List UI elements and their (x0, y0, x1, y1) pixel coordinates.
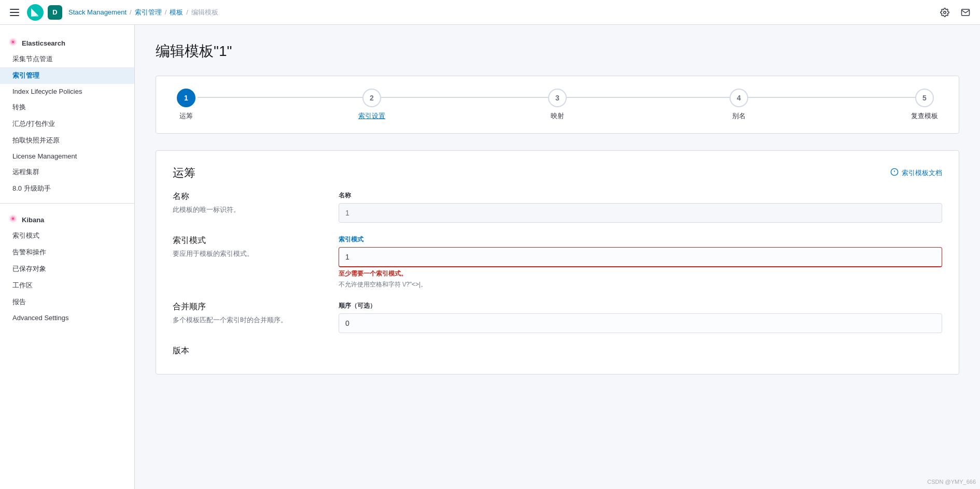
kibana-logo (27, 4, 44, 21)
form-right-index-pattern: 索引模式 至少需要一个索引模式。 不允许使用空格和字符 \/?"<>|。 (339, 235, 942, 289)
mail-icon[interactable] (957, 4, 974, 21)
sidebar-item-index-pattern[interactable]: 索引模式 (0, 227, 134, 244)
step-1: 1 运筹 (177, 89, 195, 121)
doc-link[interactable]: 索引模板文档 (890, 168, 942, 178)
field-label-index-pattern: 索引模式 (339, 235, 942, 244)
step-circle-1[interactable]: 1 (177, 89, 195, 107)
section-header: 运筹 索引模板文档 (173, 165, 942, 181)
step-3: 3 映射 (548, 89, 567, 121)
order-input[interactable] (339, 313, 942, 333)
sidebar-item-upgrade[interactable]: 8.0 升级助手 (0, 180, 134, 197)
sidebar-item-rollup[interactable]: 汇总/打包作业 (0, 116, 134, 132)
field-desc-order: 多个模板匹配一个索引时的合并顺序。 (173, 315, 318, 325)
sidebar-item-license[interactable]: License Management (0, 149, 134, 164)
settings-icon[interactable] (936, 4, 953, 21)
doc-link-icon (890, 168, 899, 178)
field-title-order: 合并顺序 (173, 301, 318, 312)
field-title-name: 名称 (173, 191, 318, 202)
elasticsearch-icon (8, 37, 18, 49)
form-left-version: 版本 (173, 346, 318, 359)
section-title: 运筹 (173, 165, 195, 181)
name-input[interactable] (339, 203, 942, 223)
breadcrumb-sep-2: / (165, 8, 167, 16)
breadcrumb-current: 编辑模板 (191, 8, 218, 17)
step-label-2[interactable]: 索引设置 (358, 111, 385, 121)
form-row-version: 版本 (173, 346, 942, 359)
index-pattern-input[interactable] (339, 247, 942, 267)
sidebar-divider (0, 203, 134, 204)
step-label-4: 别名 (732, 111, 746, 121)
form-left-name: 名称 此模板的唯一标识符。 (173, 191, 318, 223)
sidebar-item-pipeline[interactable]: 采集节点管道 (0, 51, 134, 67)
sidebar-section-kibana: Kibana (0, 210, 134, 227)
form-row-index-pattern: 索引模式 要应用于模板的索引模式。 索引模式 至少需要一个索引模式。 不允许使用… (173, 235, 942, 289)
index-pattern-error: 至少需要一个索引模式。 (339, 269, 942, 278)
breadcrumb-templates[interactable]: 模板 (170, 8, 183, 17)
form-left-index-pattern: 索引模式 要应用于模板的索引模式。 (173, 235, 318, 289)
sidebar-item-ilp[interactable]: Index Lifecycle Policies (0, 84, 134, 99)
field-title-version: 版本 (173, 346, 318, 356)
svg-rect-1 (10, 12, 19, 13)
breadcrumb-index-mgmt[interactable]: 索引管理 (135, 8, 162, 17)
step-label-5: 复查模板 (911, 111, 938, 121)
breadcrumb-sep-1: / (130, 8, 132, 16)
svg-point-10 (12, 218, 15, 220)
sidebar-item-alerts[interactable]: 告警和操作 (0, 244, 134, 261)
sidebar-item-remote-cluster[interactable]: 远程集群 (0, 164, 134, 180)
form-right-version (339, 346, 942, 359)
step-circle-5[interactable]: 5 (915, 89, 934, 107)
field-label-order: 顺序（可选） (339, 301, 942, 310)
svg-point-4 (944, 11, 946, 13)
sidebar-item-transform[interactable]: 转换 (0, 99, 134, 116)
sidebar-item-reports[interactable]: 报告 (0, 294, 134, 310)
form-row-name: 名称 此模板的唯一标识符。 名称 (173, 191, 942, 223)
step-2[interactable]: 2 索引设置 (358, 89, 385, 121)
index-pattern-hint: 不允许使用空格和字符 \/?"<>|。 (339, 280, 942, 289)
step-circle-3[interactable]: 3 (548, 89, 567, 107)
main-layout: Elasticsearch 采集节点管道 索引管理 Index Lifecycl… (0, 25, 980, 489)
sidebar: Elasticsearch 采集节点管道 索引管理 Index Lifecycl… (0, 25, 135, 489)
field-desc-name: 此模板的唯一标识符。 (173, 205, 318, 214)
form-right-order: 顺序（可选） (339, 301, 942, 333)
step-circle-2[interactable]: 2 (362, 89, 381, 107)
breadcrumb-stack-management[interactable]: Stack Management (68, 8, 127, 16)
main-content: 编辑模板"1" 1 运筹 2 索引设置 3 映射 (135, 25, 980, 489)
svg-point-7 (12, 41, 15, 44)
user-avatar[interactable]: D (48, 5, 62, 20)
nav-right (936, 4, 974, 21)
sidebar-item-snapshot[interactable]: 拍取快照并还原 (0, 132, 134, 149)
sidebar-section-elasticsearch: Elasticsearch (0, 33, 134, 51)
section-card: 运筹 索引模板文档 名称 此模板的唯一标识符。 名称 (156, 150, 959, 375)
breadcrumb-sep-3: / (186, 8, 188, 16)
step-label-3: 映射 (551, 111, 564, 121)
form-row-order: 合并顺序 多个模板匹配一个索引时的合并顺序。 顺序（可选） (173, 301, 942, 333)
step-circle-4[interactable]: 4 (730, 89, 748, 107)
sidebar-item-workspace[interactable]: 工作区 (0, 277, 134, 294)
breadcrumb: Stack Management / 索引管理 / 模板 / 编辑模板 (68, 8, 218, 17)
sidebar-item-advanced-settings[interactable]: Advanced Settings (0, 310, 134, 325)
svg-rect-2 (10, 15, 19, 16)
menu-icon[interactable] (6, 4, 23, 21)
sidebar-item-index-mgmt[interactable]: 索引管理 (0, 67, 134, 84)
field-desc-index-pattern: 要应用于模板的索引模式。 (173, 249, 318, 258)
field-title-index-pattern: 索引模式 (173, 235, 318, 246)
step-label-1: 运筹 (179, 111, 193, 121)
stepper: 1 运筹 2 索引设置 3 映射 4 别名 (156, 76, 959, 134)
step-4: 4 别名 (730, 89, 748, 121)
sidebar-item-saved-objects[interactable]: 已保存对象 (0, 261, 134, 277)
form-left-order: 合并顺序 多个模板匹配一个索引时的合并顺序。 (173, 301, 318, 333)
watermark: CSDN @YMY_666 (927, 479, 976, 485)
svg-rect-0 (10, 9, 19, 10)
form-right-name: 名称 (339, 191, 942, 223)
step-5: 5 复查模板 (911, 89, 938, 121)
top-nav: D Stack Management / 索引管理 / 模板 / 编辑模板 (0, 0, 980, 25)
kibana-section-icon (8, 214, 18, 225)
page-title: 编辑模板"1" (156, 41, 959, 61)
field-label-name: 名称 (339, 191, 942, 200)
